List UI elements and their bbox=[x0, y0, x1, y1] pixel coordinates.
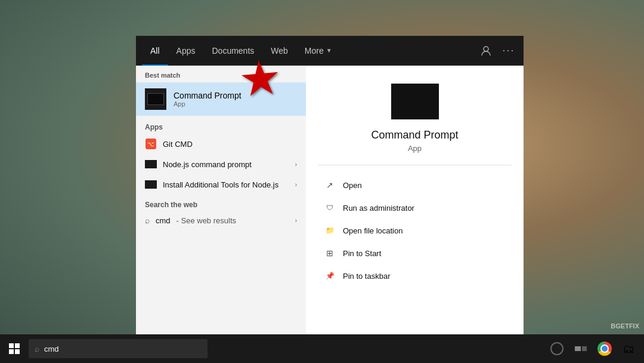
taskbar-search-input[interactable] bbox=[44, 344, 163, 353]
node-tools-icon bbox=[145, 179, 157, 190]
start-button[interactable] bbox=[0, 334, 29, 363]
svg-point-0 bbox=[484, 47, 488, 51]
tab-all[interactable]: All bbox=[142, 36, 168, 66]
person-icon-btn[interactable] bbox=[477, 42, 495, 60]
pin-start-icon bbox=[324, 247, 336, 259]
folder-location-icon bbox=[324, 224, 336, 236]
taskbar-right-icons: 🗂 bbox=[546, 338, 644, 359]
ellipsis-icon-btn[interactable]: ··· bbox=[500, 42, 518, 60]
best-match-item[interactable]: Command Prompt App bbox=[136, 82, 306, 116]
detail-cmd-icon bbox=[391, 84, 439, 119]
web-query: cmd bbox=[156, 216, 171, 225]
nodejs-cmd-name: Node.js command prompt bbox=[163, 160, 289, 169]
web-sub-text: - See web results bbox=[177, 216, 236, 225]
taskbar-search-box[interactable]: ⌕ bbox=[29, 339, 208, 358]
results-panel: Best match Command Prompt App Apps Git C… bbox=[136, 66, 306, 334]
action-location-label: Open file location bbox=[343, 226, 402, 235]
action-admin-label: Run as administrator bbox=[343, 204, 414, 213]
best-match-title: Command Prompt bbox=[174, 91, 242, 100]
pin-taskbar-icon bbox=[324, 270, 336, 282]
file-explorer-icon: 🗂 bbox=[623, 342, 634, 356]
watermark: BGETFIX bbox=[611, 322, 639, 330]
apps-section-label: Apps bbox=[136, 118, 306, 134]
detail-actions: Open Run as administrator Open file loca… bbox=[318, 174, 512, 287]
web-section-label: Search the web bbox=[136, 195, 306, 211]
person-icon bbox=[481, 45, 491, 56]
git-cmd-item[interactable]: Git CMD bbox=[136, 134, 306, 154]
tab-web[interactable]: Web bbox=[262, 36, 296, 66]
taskbar: ⌕ 🗂 bbox=[0, 334, 644, 363]
nodejs-arrow: › bbox=[295, 161, 297, 168]
action-pin-tb-label: Pin to taskbar bbox=[343, 272, 391, 281]
chrome-icon bbox=[597, 342, 612, 356]
cmd-icon-screen bbox=[147, 93, 164, 105]
node-tools-arrow: › bbox=[295, 182, 297, 188]
taskbar-search-icon: ⌕ bbox=[35, 344, 39, 353]
tab-more[interactable]: More ▼ bbox=[296, 36, 340, 66]
git-cmd-name: Git CMD bbox=[163, 140, 297, 149]
open-icon bbox=[324, 179, 336, 191]
detail-app-type: App bbox=[408, 144, 422, 153]
file-explorer-button[interactable]: 🗂 bbox=[618, 338, 639, 359]
web-search-arrow: › bbox=[295, 217, 297, 224]
best-match-label: Best match bbox=[136, 66, 306, 82]
windows-logo-icon bbox=[9, 343, 20, 354]
cortana-button[interactable] bbox=[546, 338, 568, 359]
more-dropdown-arrow: ▼ bbox=[326, 47, 332, 54]
tab-documents[interactable]: Documents bbox=[203, 36, 262, 66]
node-tools-item[interactable]: Install Additional Tools for Node.js › bbox=[136, 174, 306, 195]
action-pin-start[interactable]: Pin to Start bbox=[318, 242, 512, 264]
ellipsis-icon: ··· bbox=[502, 44, 515, 57]
admin-icon bbox=[324, 202, 336, 214]
best-match-subtitle: App bbox=[174, 100, 242, 107]
start-menu: All Apps Documents Web More ▼ ··· Best m… bbox=[136, 36, 524, 334]
action-open[interactable]: Open bbox=[318, 174, 512, 196]
search-web-icon: ⌕ bbox=[145, 216, 150, 225]
detail-panel: Command Prompt App Open Run as administr… bbox=[306, 66, 524, 334]
action-pin-taskbar[interactable]: Pin to taskbar bbox=[318, 265, 512, 287]
nodejs-icon bbox=[145, 158, 157, 170]
git-cmd-icon bbox=[145, 138, 157, 150]
node-tools-icon-shape bbox=[145, 180, 157, 189]
cmd-app-icon bbox=[145, 88, 166, 110]
tab-apps[interactable]: Apps bbox=[168, 36, 204, 66]
search-content: Best match Command Prompt App Apps Git C… bbox=[136, 66, 524, 334]
nodejs-cmd-item[interactable]: Node.js command prompt › bbox=[136, 154, 306, 174]
git-shape bbox=[145, 139, 156, 149]
action-run-admin[interactable]: Run as administrator bbox=[318, 197, 512, 219]
action-open-label: Open bbox=[343, 181, 362, 190]
detail-app-name: Command Prompt bbox=[371, 129, 458, 141]
task-view-icon bbox=[575, 346, 587, 351]
tab-icon-group: ··· bbox=[477, 42, 518, 60]
action-pin-start-label: Pin to Start bbox=[343, 249, 381, 258]
best-match-text: Command Prompt App bbox=[174, 91, 242, 107]
chrome-button[interactable] bbox=[594, 338, 615, 359]
search-tabs: All Apps Documents Web More ▼ ··· bbox=[136, 36, 524, 66]
web-search-item[interactable]: ⌕ cmd - See web results › bbox=[136, 211, 306, 229]
action-open-location[interactable]: Open file location bbox=[318, 220, 512, 241]
task-view-button[interactable] bbox=[570, 338, 592, 359]
detail-divider bbox=[318, 165, 512, 165]
node-tools-name: Install Additional Tools for Node.js bbox=[163, 180, 289, 189]
node-icon-shape bbox=[145, 160, 157, 168]
cortana-icon bbox=[550, 342, 564, 355]
